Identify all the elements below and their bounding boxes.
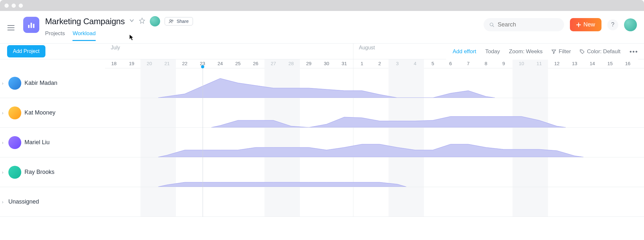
help-icon: ? <box>611 21 614 28</box>
hamburger-button[interactable] <box>5 22 17 34</box>
tab-workload[interactable]: Workload <box>72 30 96 41</box>
timeline-rows <box>105 68 644 217</box>
day-label: 25 <box>235 61 241 66</box>
traffic-light-close[interactable] <box>5 4 9 8</box>
weekend-column <box>389 59 424 68</box>
timeline-row[interactable] <box>105 68 644 98</box>
new-label: New <box>583 21 595 28</box>
day-label: 31 <box>341 61 347 66</box>
svg-point-7 <box>581 50 582 51</box>
today-marker <box>201 65 204 68</box>
people-icon <box>169 19 174 24</box>
person-name: Kat Mooney <box>24 109 55 116</box>
color-button[interactable]: Color: Default <box>580 48 620 55</box>
timeline-row[interactable] <box>105 157 644 187</box>
workload-toolbar: Add Project JulyAugust Add effort Today … <box>0 43 644 59</box>
svg-marker-10 <box>158 144 583 157</box>
zoom-button[interactable]: Zoom: Weeks <box>509 48 543 55</box>
month-label: August <box>359 45 375 51</box>
person-avatar[interactable] <box>8 77 21 90</box>
window-chrome <box>0 0 644 11</box>
chevron-down-icon <box>129 18 134 23</box>
day-header: 1819202122232425262728293031123456789101… <box>105 59 644 68</box>
workload-area <box>105 157 637 187</box>
traffic-light-zoom[interactable] <box>19 4 23 8</box>
search-input[interactable] <box>498 21 558 28</box>
title-dropdown-caret[interactable] <box>129 18 134 25</box>
day-label: 10 <box>519 61 524 66</box>
person-row: ›Kat Mooney <box>0 98 105 128</box>
person-row: ›Kabir Madan <box>0 68 105 98</box>
day-header-row: 1819202122232425262728293031123456789101… <box>0 59 644 68</box>
day-label: 6 <box>449 61 452 66</box>
day-label: 14 <box>590 61 595 66</box>
svg-rect-1 <box>31 23 32 28</box>
expand-caret[interactable]: › <box>2 199 5 205</box>
day-label: 9 <box>502 61 505 66</box>
add-effort-button[interactable]: Add effort <box>453 48 476 55</box>
search-box[interactable] <box>484 18 564 31</box>
weekend-column <box>264 59 300 68</box>
me-avatar[interactable] <box>624 18 637 31</box>
color-label: Color: Default <box>587 48 620 55</box>
day-label: 13 <box>572 61 577 66</box>
timeline-row[interactable] <box>105 128 644 157</box>
svg-rect-0 <box>28 25 29 28</box>
plus-icon <box>576 23 581 27</box>
more-button[interactable]: ••• <box>630 48 638 55</box>
day-label: 24 <box>217 61 223 66</box>
day-label: 15 <box>607 61 613 66</box>
day-label: 26 <box>253 61 258 66</box>
filter-icon <box>552 49 556 54</box>
people-column: ›Kabir Madan›Kat Mooney›Mariel Liu›Ray B… <box>0 68 105 217</box>
topbar-right-controls: New ? <box>484 18 637 31</box>
expand-caret[interactable]: › <box>2 81 5 86</box>
day-label: 20 <box>147 61 152 66</box>
day-label: 11 <box>536 61 542 66</box>
svg-marker-8 <box>158 78 495 98</box>
person-row: ›Unassigned <box>0 187 105 217</box>
svg-point-3 <box>170 20 171 21</box>
person-name: Unassigned <box>8 198 39 205</box>
expand-caret[interactable]: › <box>2 140 5 145</box>
timeline-row[interactable] <box>105 98 644 128</box>
new-button[interactable]: New <box>570 18 601 31</box>
day-label: 12 <box>554 61 560 66</box>
filter-button[interactable]: Filter <box>552 48 571 55</box>
svg-marker-11 <box>158 182 406 187</box>
person-avatar[interactable] <box>8 106 21 119</box>
person-row: ›Mariel Liu <box>0 128 105 157</box>
workload-area <box>105 98 637 127</box>
bar-chart-icon <box>27 21 35 29</box>
weekend-column <box>140 59 176 68</box>
timeline-row[interactable] <box>105 187 644 217</box>
add-project-button[interactable]: Add Project <box>7 45 45 57</box>
day-label: 30 <box>324 61 329 66</box>
tab-projects[interactable]: Projects <box>45 30 65 41</box>
search-icon <box>489 22 495 28</box>
share-label: Share <box>177 19 188 24</box>
tabs-row: ProjectsWorkload <box>45 30 193 41</box>
day-label: 2 <box>378 61 381 66</box>
member-avatar[interactable] <box>150 16 160 26</box>
workload-area <box>105 127 637 157</box>
today-button[interactable]: Today <box>485 48 500 55</box>
person-name: Ray Brooks <box>24 169 54 175</box>
project-icon <box>23 17 39 33</box>
share-button[interactable]: Share <box>165 17 193 25</box>
person-avatar[interactable] <box>8 166 21 179</box>
svg-marker-9 <box>211 116 566 127</box>
svg-line-6 <box>493 25 494 26</box>
day-label: 3 <box>396 61 399 66</box>
person-name: Kabir Madan <box>24 80 57 86</box>
expand-caret[interactable]: › <box>2 110 5 115</box>
filter-label: Filter <box>559 48 571 55</box>
star-icon <box>139 17 145 24</box>
title-block: Marketing Campaigns Share ProjectsWorklo… <box>45 14 193 41</box>
traffic-light-minimize[interactable] <box>12 4 16 8</box>
help-button[interactable]: ? <box>607 19 618 30</box>
day-label: 21 <box>164 61 170 66</box>
person-avatar[interactable] <box>8 136 21 149</box>
favorite-button[interactable] <box>139 17 145 25</box>
expand-caret[interactable]: › <box>2 170 5 175</box>
